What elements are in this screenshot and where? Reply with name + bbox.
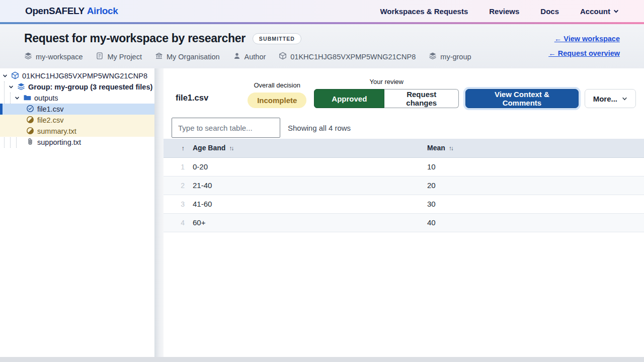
meta-workspace: my-workspace [24, 52, 83, 61]
pending-icon [26, 116, 34, 125]
nav-reviews[interactable]: Reviews [489, 7, 519, 16]
tree-item-label: file2.csv [37, 116, 63, 124]
layers-icon [17, 82, 25, 92]
row-number-cell: 3 [164, 195, 193, 213]
pending-icon [26, 127, 34, 136]
row-number-cell: 2 [164, 176, 193, 195]
table-row: 4 60+ 40 [164, 213, 644, 232]
row-number-cell: 1 [164, 157, 193, 176]
meta-organisation-label: My Organisation [167, 53, 220, 61]
bank-icon [155, 52, 163, 61]
folder-icon [23, 94, 31, 103]
package-icon [11, 71, 19, 81]
request-header: Request for my-workspace by researcher S… [0, 24, 644, 68]
meta-author-label: Author [245, 53, 266, 61]
mean-cell: 40 [427, 213, 644, 232]
mean-cell: 20 [427, 176, 644, 195]
top-navigation-bar: OpenSAFELYAirlock Workspaces & Requests … [0, 0, 644, 22]
tree-item-label: Group: my-group (3 requested files) [28, 83, 152, 91]
table-toolbar: Showing all 4 rows [164, 108, 644, 139]
tree-item-label: file1.csv [37, 105, 63, 113]
request-changes-button[interactable]: Request changes [384, 89, 459, 108]
tree-item-request[interactable]: 01KHC1HJG85VXPMP5WNG21CNP8 [0, 70, 154, 81]
request-overview-link[interactable]: ← Request overview [548, 49, 620, 57]
tree-item-label: outputs [34, 94, 58, 102]
logo-secondary: Airlock [87, 6, 118, 16]
table-row: 3 41-60 30 [164, 195, 644, 213]
meta-project-label: My Project [107, 53, 142, 61]
more-menu-button[interactable]: More... [585, 89, 636, 108]
table-row: 1 0-20 10 [164, 157, 644, 176]
meta-organisation: My Organisation [155, 52, 220, 61]
column-header-mean[interactable]: Mean↑↓ [427, 139, 644, 157]
meta-group-label: my-group [440, 53, 471, 61]
nav-workspaces-requests[interactable]: Workspaces & Requests [380, 7, 468, 16]
tree-item-label: summary.txt [37, 127, 76, 135]
tree-item-label: supporting.txt [37, 138, 81, 146]
layers-icon [24, 52, 32, 61]
csv-data-table: ↑ Age Band↑↓ Mean↑↓ 1 0-20 10 2 21-40 20… [164, 139, 644, 232]
tree-item-supporting[interactable]: supporting.txt [0, 137, 154, 148]
chevron-down-icon[interactable] [14, 96, 20, 101]
file-title: file1.csv [176, 93, 208, 103]
review-button-group: Approved Request changes [314, 89, 459, 108]
search-input[interactable] [172, 118, 280, 138]
column-label: Age Band [193, 144, 225, 152]
logo-primary: OpenSAFELY [25, 6, 85, 16]
tree-item-outputs-folder[interactable]: outputs [0, 93, 154, 104]
chevron-down-icon[interactable] [8, 84, 14, 89]
more-menu-label: More... [593, 95, 617, 103]
layers-icon [429, 52, 437, 61]
chevron-down-icon [622, 95, 627, 103]
chevron-down-icon[interactable] [2, 73, 8, 78]
age-band-cell: 0-20 [193, 157, 427, 176]
user-icon [233, 52, 241, 61]
paperclip-icon [26, 138, 34, 147]
view-workspace-link[interactable]: ← View workspace [554, 35, 620, 43]
meta-workspace-label: my-workspace [36, 53, 83, 61]
tree-item-file1[interactable]: file1.csv [0, 104, 154, 115]
clipboard-icon [96, 52, 104, 61]
tree-item-label: 01KHC1HJG85VXPMP5WNG21CNP8 [22, 72, 147, 80]
nav-docs[interactable]: Docs [540, 7, 559, 16]
sort-toggle-icon: ↑↓ [449, 145, 453, 152]
view-context-comments-button[interactable]: View Context & Comments [465, 89, 579, 108]
nav-account-menu[interactable]: Account [580, 7, 619, 16]
sidebar-resize-handle[interactable] [154, 68, 164, 357]
row-number-sort-header[interactable]: ↑ [164, 139, 193, 157]
column-label: Mean [427, 144, 445, 152]
overall-decision-label: Overall decision [254, 81, 300, 89]
nav-account-label: Account [580, 7, 610, 16]
overall-decision-group: Overall decision Incomplete [248, 81, 306, 108]
file-review-panel: file1.csv Overall decision Incomplete Yo… [164, 68, 644, 357]
approved-button[interactable]: Approved [314, 89, 384, 108]
age-band-cell: 41-60 [193, 195, 427, 213]
row-number-cell: 4 [164, 213, 193, 232]
status-badge: SUBMITTED [253, 33, 301, 44]
mean-cell: 30 [427, 195, 644, 213]
your-review-label: Your review [370, 78, 404, 85]
mean-cell: 10 [427, 157, 644, 176]
age-band-cell: 21-40 [193, 176, 427, 195]
tree-item-summary[interactable]: summary.txt [0, 126, 154, 137]
tree-item-file2[interactable]: file2.csv [0, 115, 154, 126]
meta-project: My Project [96, 52, 142, 61]
table-row: 2 21-40 20 [164, 176, 644, 195]
app-logo[interactable]: OpenSAFELYAirlock [25, 6, 118, 17]
chevron-down-icon [613, 7, 619, 16]
tree-item-group[interactable]: Group: my-group (3 requested files) [0, 81, 154, 93]
file-tree-sidebar: 01KHC1HJG85VXPMP5WNG21CNP8 Group: my-gro… [0, 68, 154, 357]
sort-toggle-icon: ↑↓ [229, 145, 233, 152]
page-title: Request for my-workspace by researcher [24, 32, 246, 45]
rows-summary: Showing all 4 rows [288, 124, 351, 132]
sort-ascending-icon: ↑ [182, 144, 185, 152]
table-header-row: ↑ Age Band↑↓ Mean↑↓ [164, 139, 644, 157]
column-header-age-band[interactable]: Age Band↑↓ [193, 139, 427, 157]
age-band-cell: 60+ [193, 213, 427, 232]
decision-badge: Incomplete [248, 93, 306, 108]
request-metadata: my-workspace My Project My Organisation … [24, 52, 471, 61]
meta-request-id-label: 01KHC1HJG85VXPMP5WNG21CNP8 [290, 53, 416, 61]
package-icon [279, 52, 287, 61]
meta-request-id: 01KHC1HJG85VXPMP5WNG21CNP8 [279, 52, 416, 61]
meta-group: my-group [429, 52, 471, 61]
